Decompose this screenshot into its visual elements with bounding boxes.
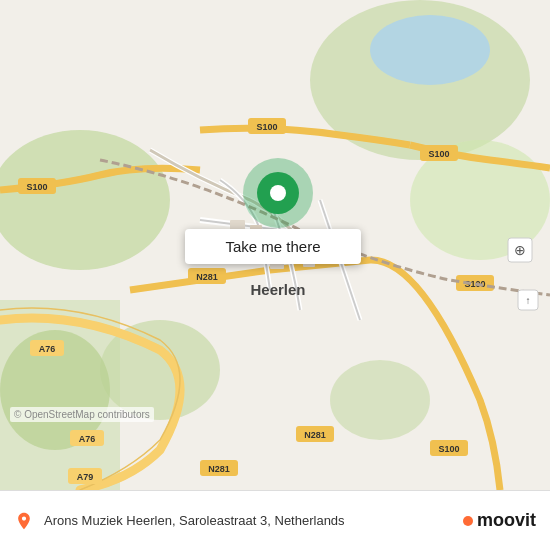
svg-text:S100: S100 [26,182,47,192]
pin-dot [270,185,286,201]
moovit-logo: moovit [463,510,536,531]
svg-text:↑: ↑ [526,295,531,306]
svg-text:N281: N281 [196,272,218,282]
svg-text:S100: S100 [428,149,449,159]
svg-text:Heerlen: Heerlen [250,281,305,298]
moovit-dot-icon [463,516,473,526]
svg-text:N281: N281 [304,430,326,440]
svg-text:S100: S100 [438,444,459,454]
svg-text:N281: N281 [208,464,230,474]
footer-location-text: Arons Muziek Heerlen, Saroleastraat 3, N… [44,513,453,528]
svg-point-5 [330,360,430,440]
take-me-there-button[interactable]: Take me there [185,229,361,264]
svg-text:S100: S100 [256,122,277,132]
pin-outer-circle [243,158,313,228]
svg-text:A76: A76 [39,344,56,354]
map-container: A76 A76 A79 S100 S100 S100 S100 S100 N28… [0,0,550,490]
footer-location-icon [14,511,34,531]
svg-point-8 [370,15,490,85]
pin-inner-circle [257,172,299,214]
footer-bar: Arons Muziek Heerlen, Saroleastraat 3, N… [0,490,550,550]
moovit-logo-text: moovit [477,510,536,531]
map-attribution: © OpenStreetMap contributors [10,407,154,422]
location-pin [243,158,313,228]
svg-text:A79: A79 [77,472,94,482]
svg-text:A76: A76 [79,434,96,444]
svg-text:⊕: ⊕ [514,242,526,258]
